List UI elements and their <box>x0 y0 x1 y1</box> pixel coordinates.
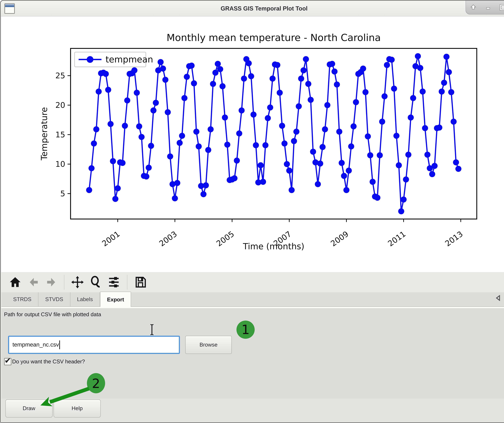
data-point <box>217 66 223 72</box>
data-point <box>293 129 299 135</box>
app-window: GRASS GIS Temporal Plot Tool 51015202520… <box>0 0 504 423</box>
shade-icon[interactable] <box>469 3 477 11</box>
data-point <box>429 171 435 177</box>
tab-strds[interactable]: STRDS <box>6 292 38 306</box>
data-point <box>162 77 168 83</box>
x-tick-label: 2011 <box>386 229 407 248</box>
y-tick-label: 20 <box>55 101 65 110</box>
data-point <box>360 66 366 72</box>
data-point <box>136 123 142 129</box>
data-point <box>265 115 271 121</box>
data-point <box>377 152 383 158</box>
data-point <box>391 86 397 92</box>
data-point <box>336 129 342 135</box>
checkmark-icon: ✔ <box>4 357 11 365</box>
data-point <box>408 114 414 120</box>
path-label: Path for output CSV file with plotted da… <box>4 311 504 317</box>
csv-header-label: Do you want the CSV header? <box>12 359 85 365</box>
data-point <box>324 102 330 108</box>
data-point <box>191 80 197 86</box>
window-controls <box>466 1 504 14</box>
data-point <box>138 134 144 140</box>
data-point <box>220 83 226 89</box>
data-point <box>134 90 140 96</box>
maximize-icon[interactable] <box>499 3 504 11</box>
data-point <box>441 80 447 86</box>
data-point <box>105 87 111 93</box>
zoom-icon[interactable] <box>88 274 103 290</box>
data-point <box>224 142 230 148</box>
data-point <box>444 54 450 60</box>
minimize-icon[interactable] <box>484 3 492 11</box>
data-point <box>317 161 323 167</box>
path-input[interactable]: tempmean_nc.csv <box>8 336 180 354</box>
data-point <box>86 187 92 193</box>
data-point <box>177 140 183 146</box>
tab-export[interactable]: Export <box>100 292 131 307</box>
save-icon[interactable] <box>133 274 148 290</box>
data-point <box>300 67 306 73</box>
data-point <box>296 103 302 109</box>
data-point <box>124 97 130 103</box>
data-point <box>331 69 338 75</box>
data-point <box>234 158 240 164</box>
y-tick-label: 15 <box>55 130 65 139</box>
data-point <box>146 165 152 171</box>
toolbar-separator <box>64 275 64 290</box>
data-point <box>258 162 264 168</box>
x-tick-label: 2001 <box>100 229 121 248</box>
legend-marker <box>87 56 93 63</box>
x-tick-label: 2005 <box>215 229 236 248</box>
data-point <box>362 89 369 95</box>
data-point <box>222 114 228 120</box>
data-point <box>270 76 276 82</box>
csv-header-checkbox[interactable]: ✔ <box>4 358 12 365</box>
data-point <box>424 152 430 158</box>
data-point <box>205 147 211 153</box>
back-icon[interactable] <box>26 274 42 290</box>
data-point <box>450 119 457 125</box>
data-point <box>348 143 354 149</box>
data-point <box>248 73 254 79</box>
data-point <box>384 62 390 68</box>
pan-icon[interactable] <box>70 274 85 290</box>
data-point <box>148 143 154 149</box>
data-point <box>329 61 335 67</box>
data-point <box>200 191 207 197</box>
tabbar: STRDS STVDS Labels Export <box>1 292 504 307</box>
data-point <box>374 195 380 201</box>
text-caret <box>59 340 60 349</box>
tab-scroll-left-icon[interactable] <box>496 295 501 302</box>
tab-stvds[interactable]: STVDS <box>38 292 70 306</box>
data-point <box>131 67 137 73</box>
data-point <box>143 173 149 179</box>
plot-canvas[interactable]: 5101520252001200320052007200920112013Mon… <box>1 17 504 272</box>
data-point <box>389 57 395 63</box>
data-point <box>172 195 178 201</box>
data-point <box>189 63 195 69</box>
help-button[interactable]: Help <box>54 399 101 417</box>
data-point <box>274 62 280 68</box>
browse-button[interactable]: Browse <box>185 336 232 354</box>
data-point <box>160 66 166 72</box>
data-point <box>422 125 428 131</box>
data-point <box>346 167 352 174</box>
draw-button[interactable]: Draw <box>5 399 53 417</box>
y-tick-label: 5 <box>60 189 65 198</box>
x-axis-label: Time (months) <box>243 242 304 251</box>
data-point <box>319 144 326 150</box>
data-point <box>115 185 121 191</box>
data-point <box>167 154 173 160</box>
data-point <box>267 105 273 111</box>
data-point <box>196 143 202 149</box>
data-point <box>370 179 376 185</box>
data-point <box>253 142 259 148</box>
home-icon[interactable] <box>7 274 23 290</box>
forward-icon[interactable] <box>43 274 59 290</box>
tab-labels[interactable]: Labels <box>70 292 100 306</box>
data-point <box>236 130 242 137</box>
data-point <box>403 176 409 183</box>
data-point <box>210 81 216 87</box>
data-point <box>120 160 126 166</box>
subplots-icon[interactable] <box>106 274 122 290</box>
